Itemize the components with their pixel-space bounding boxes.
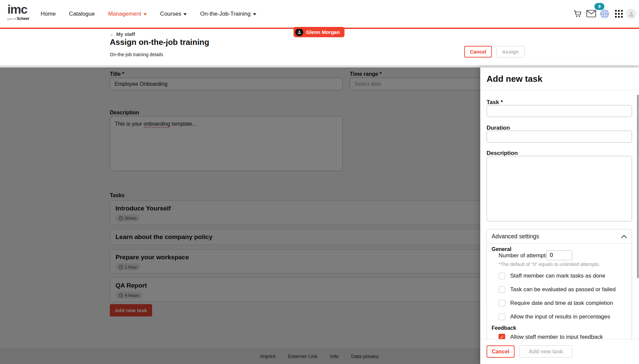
- imc-logo[interactable]: imc part of Scheer: [7, 3, 29, 21]
- general-section-label: General: [492, 246, 512, 252]
- task-field-label: Task *: [487, 99, 503, 106]
- nav-item-home[interactable]: Home: [41, 11, 56, 17]
- cancel-button[interactable]: Cancel: [464, 46, 492, 58]
- checkbox-pass-fail[interactable]: [499, 286, 505, 293]
- checkbox-row-percentages: Allow the input of results in percentage…: [499, 313, 610, 321]
- mail-icon[interactable]: [586, 8, 596, 19]
- task-description-textarea[interactable]: [487, 156, 632, 221]
- user-badge-name: Glenn Morgan: [306, 29, 340, 35]
- advanced-settings-toggle[interactable]: Advanced settings: [487, 229, 632, 244]
- assign-button[interactable]: Assign: [496, 46, 525, 58]
- panel-description-label: Description: [487, 150, 518, 157]
- task-name-input[interactable]: [487, 105, 632, 117]
- chevron-up-icon: [621, 235, 627, 238]
- app-window: imc part of Scheer Home Catalogue Manage…: [0, 0, 639, 364]
- checkbox-row-pass-fail: Task can be evaluated as passed or faile…: [499, 286, 616, 294]
- advanced-settings-section: Advanced settings General Number of atte…: [487, 229, 632, 345]
- panel-title: Add new task: [487, 74, 542, 84]
- checkbox-mark-done[interactable]: [499, 273, 505, 279]
- brand-divider-line: [0, 28, 639, 29]
- duration-field-label: Duration: [487, 125, 510, 131]
- checkbox-date-time[interactable]: [499, 300, 505, 306]
- feedback-section-label: Feedback: [492, 325, 516, 331]
- user-photo-avatar: [295, 28, 303, 36]
- page-title: Assign on-the-job training: [110, 38, 209, 47]
- logo-text: imc: [7, 3, 27, 16]
- nav-item-courses[interactable]: Courses: [160, 11, 187, 17]
- panel-cancel-button[interactable]: Cancel: [487, 345, 515, 358]
- panel-add-new-task-button[interactable]: Add new task: [519, 345, 572, 358]
- chevron-down-icon: [143, 13, 147, 15]
- user-avatar-icon[interactable]: [626, 9, 636, 19]
- chevron-down-icon: [183, 13, 187, 15]
- add-new-task-panel: Add new task Task * Duration Description…: [480, 67, 639, 364]
- mail-count-badge: 9: [594, 3, 604, 10]
- attempts-note: *The default of "0" equals to unlimited …: [499, 262, 600, 267]
- page-subtitle: On-the-job training details: [110, 52, 163, 57]
- attempts-input[interactable]: [546, 250, 572, 260]
- apps-grid-icon[interactable]: [613, 8, 624, 19]
- checkbox-row-mark-done: Staff member can mark tasks as done: [499, 272, 605, 280]
- chevron-down-icon: [253, 13, 256, 15]
- nav-item-on-the-job-training[interactable]: On-the-Job-Training: [200, 11, 256, 17]
- back-to-my-staff-link[interactable]: ← My staff: [110, 31, 135, 37]
- header-shadow: [0, 65, 639, 67]
- cart-icon[interactable]: [572, 8, 583, 19]
- page-header: ← My staff Assign on-the-job training On…: [0, 29, 639, 65]
- logo-subtext: part of Scheer: [7, 17, 29, 21]
- panel-scrollbar-thumb[interactable]: [637, 95, 639, 278]
- checkbox-row-date-time: Require date and time at task completion: [499, 299, 613, 307]
- attempts-label: Number of attempts:: [499, 252, 550, 259]
- main-menu: Home Catalogue Management Courses On-the…: [41, 0, 256, 28]
- top-navbar: imc part of Scheer Home Catalogue Manage…: [0, 0, 639, 28]
- nav-item-catalogue[interactable]: Catalogue: [69, 11, 95, 17]
- checkbox-percentages[interactable]: [499, 313, 505, 320]
- panel-title-divider: [480, 90, 639, 91]
- panel-footer: Cancel Add new task: [480, 339, 639, 364]
- nav-item-management[interactable]: Management: [108, 11, 147, 17]
- task-duration-input[interactable]: [487, 131, 632, 143]
